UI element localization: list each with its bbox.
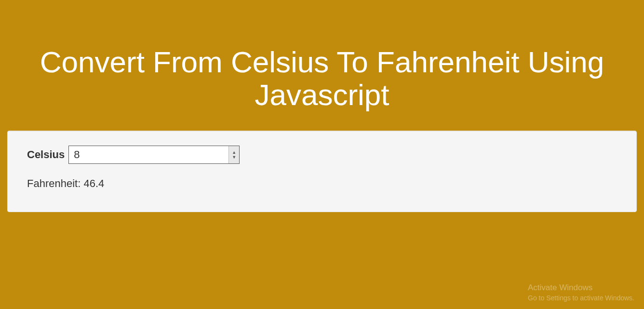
windows-activation-watermark: Activate Windows Go to Settings to activ… xyxy=(528,282,634,303)
celsius-label: Celsius xyxy=(27,148,65,161)
watermark-title: Activate Windows xyxy=(528,282,634,294)
watermark-subtitle: Go to Settings to activate Windows. xyxy=(528,294,634,303)
fahrenheit-result: Fahrenheit: 46.4 xyxy=(27,177,617,190)
spinner-down-icon[interactable]: ▼ xyxy=(232,155,236,160)
spinner-up-icon[interactable]: ▲ xyxy=(232,150,236,155)
converter-panel: Celsius 8 ▲ ▼ Fahrenheit: 46.4 xyxy=(7,131,637,212)
fahrenheit-label: Fahrenheit: xyxy=(27,177,80,189)
celsius-input[interactable]: 8 ▲ ▼ xyxy=(68,146,240,164)
number-spinner[interactable]: ▲ ▼ xyxy=(228,146,239,163)
page-title: Convert From Celsius To Fahrenheit Using… xyxy=(0,0,644,131)
celsius-input-value[interactable]: 8 xyxy=(69,148,228,161)
celsius-row: Celsius 8 ▲ ▼ xyxy=(27,146,617,164)
fahrenheit-value: 46.4 xyxy=(83,177,104,189)
